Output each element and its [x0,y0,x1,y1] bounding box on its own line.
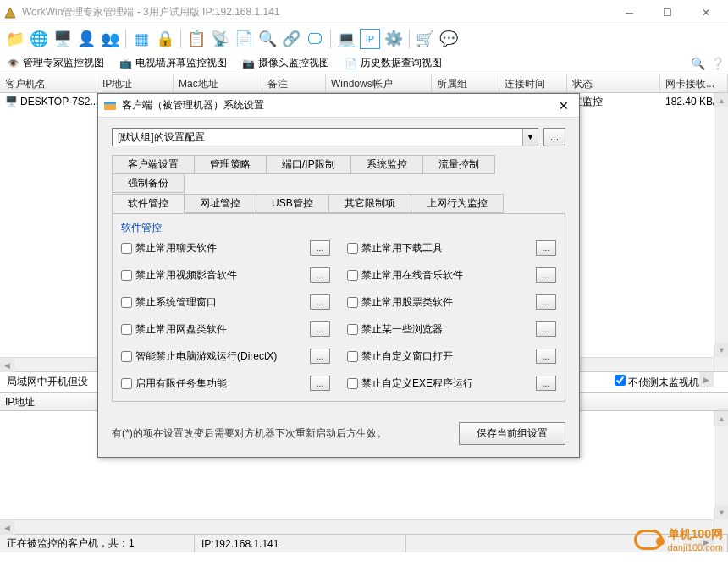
no-probe-checkbox[interactable]: 不侦测未监视机器 [615,375,709,390]
col-conntime[interactable]: 连接时间 [499,74,567,92]
tab-client-settings[interactable]: 客户端设置 [112,155,195,174]
col-mac[interactable]: Mac地址 [174,74,262,92]
cart-icon[interactable]: 🛒 [415,29,435,49]
scrollbar-horizontal[interactable]: ◀▶ [0,519,714,534]
doc-icon[interactable]: 📄 [234,29,254,49]
globe-icon[interactable]: 🌐 [29,29,49,49]
opt-browsers[interactable]: 禁止某一些浏览器 [347,322,443,337]
opt-games-more[interactable]: ... [310,349,330,364]
scrollbar-vertical[interactable]: ▲▼ [714,411,728,534]
opt-browsers-more[interactable]: ... [536,321,556,337]
opt-netdisk-more[interactable]: ... [310,321,330,337]
opt-custom-window-more[interactable]: ... [536,349,556,364]
tab-policy[interactable]: 管理策略 [194,155,267,174]
svg-rect-1 [104,102,116,104]
tab-usb-control[interactable]: USB管控 [256,194,329,213]
user-blue-icon[interactable]: 👤 [76,29,97,49]
chat-icon[interactable]: 💬 [438,29,459,49]
tab-label: 历史数据查询视图 [361,56,442,70]
opt-games[interactable]: 智能禁止电脑游戏运行(DirectX) [121,349,277,364]
lock-icon[interactable]: 🔒 [155,29,175,49]
link-icon[interactable]: 🔗 [281,29,301,49]
col-winuser[interactable]: Windows帐户 [326,74,432,92]
opt-taskset-more[interactable]: ... [310,376,330,391]
pc-icon: 🖥️ [5,96,18,107]
tab-url-control[interactable]: 网址管控 [184,194,256,213]
tab-history-view[interactable]: 📄历史数据查询视图 [341,54,445,72]
group-select-input[interactable] [113,129,522,146]
opt-video-more[interactable]: ... [310,267,330,283]
window-title: WorkWin管理专家管理端 - 3用户试用版 IP:192.168.1.141 [22,5,610,19]
tab-camera-view[interactable]: 📷摄像头监控视图 [239,54,333,72]
opt-netdisk[interactable]: 禁止常用网盘类软件 [121,322,227,337]
opt-sysmgr[interactable]: 禁止系统管理窗口 [121,295,217,310]
app-icon [3,6,17,19]
opt-video[interactable]: 禁止常用视频影音软件 [121,268,237,283]
pc2-icon[interactable]: 💻 [336,29,356,49]
col-clientname[interactable]: 客户机名 [0,74,97,92]
tab-tvwall-view[interactable]: 📺电视墙屏幕监控视图 [116,54,230,72]
tab-backup[interactable]: 强制备份 [112,173,185,193]
watermark-text: 单机100网 [668,527,723,542]
tab-monitor-view[interactable]: 👁️管理专家监控视图 [3,54,108,72]
pc-icon[interactable]: 🖥️ [52,29,73,49]
ip-icon[interactable]: IP [360,29,380,49]
panel-title: 软件管控 [121,219,556,240]
dialog-close-button[interactable]: ✕ [554,99,574,113]
monitor-icon[interactable]: 🖵 [305,29,325,49]
lower-label: 局域网中开机但没 [0,375,95,389]
grid-header: 客户机名 IP地址 Mac地址 备注 Windows帐户 所属组 连接时间 状态… [0,74,728,93]
opt-chat-more[interactable]: ... [310,240,330,256]
tab-software-control[interactable]: 软件管控 [112,194,185,213]
folder-icon[interactable]: 📁 [5,29,25,49]
cell-name: DESKTOP-7S2... [20,96,97,107]
maximize-button[interactable]: ☐ [648,1,687,25]
gear-icon[interactable]: ⚙️ [383,29,404,49]
cast-icon[interactable]: 📡 [210,29,230,49]
separator [409,30,410,48]
watermark-url: danji100.com [668,542,723,552]
opt-music-more[interactable]: ... [536,267,556,283]
grid-icon[interactable]: ▦ [131,29,152,49]
col-nic[interactable]: 网卡接收... [660,74,728,92]
tab-label: 摄像头监控视图 [258,56,329,70]
help-icon[interactable]: ❔ [710,57,725,70]
user-orange-icon[interactable]: 👥 [100,29,120,49]
search-small-icon[interactable]: 🔍 [691,57,705,70]
close-button[interactable]: ✕ [687,1,725,25]
tab-other-limits[interactable]: 其它限制项 [328,194,411,213]
opt-stock[interactable]: 禁止常用股票类软件 [347,295,453,310]
window-titlebar: WorkWin管理专家管理端 - 3用户试用版 IP:192.168.1.141… [0,0,728,25]
col-note[interactable]: 备注 [262,74,326,92]
col-group[interactable]: 所属组 [432,74,499,92]
clipboard-icon[interactable]: 📋 [186,29,207,49]
dropdown-icon[interactable]: ▼ [522,129,538,146]
status-bar: 正在被监控的客户机，共：1 IP:192.168.1.141 [0,534,728,552]
opt-custom-window[interactable]: 禁止自定义窗口打开 [347,349,453,364]
tab-label: 管理专家监控视图 [23,56,104,70]
tab-behavior[interactable]: 上网行为监控 [411,194,504,213]
group-browse-button[interactable]: ... [543,128,565,146]
opt-taskset[interactable]: 启用有限任务集功能 [121,376,227,391]
minimize-button[interactable]: ─ [610,1,648,25]
dialog-titlebar: 客户端（被管理机器）系统设置 ✕ [98,94,579,118]
opt-chat[interactable]: 禁止常用聊天软件 [121,241,217,256]
col-status[interactable]: 状态 [567,74,660,92]
opt-music[interactable]: 禁止常用在线音乐软件 [347,268,463,283]
tab-traffic[interactable]: 流量控制 [422,155,495,174]
tab-port-ip[interactable]: 端口/IP限制 [266,155,351,174]
opt-stock-more[interactable]: ... [536,294,556,310]
opt-sysmgr-more[interactable]: ... [310,294,330,310]
search-icon[interactable]: 🔍 [257,29,278,49]
opt-download-more[interactable]: ... [536,240,556,256]
settings-dialog: 客户端（被管理机器）系统设置 ✕ ▼ ... 客户端设置 管理策略 端口/IP限… [97,93,580,458]
tab-sysmon[interactable]: 系统监控 [350,155,423,174]
group-select[interactable]: ▼ [112,128,538,146]
dialog-icon [103,99,117,113]
save-button[interactable]: 保存当前组设置 [459,422,565,445]
opt-custom-exe-more[interactable]: ... [536,376,556,391]
opt-custom-exe[interactable]: 禁止自定义EXE程序运行 [347,376,473,391]
col-ip[interactable]: IP地址 [97,74,174,92]
scrollbar-vertical[interactable]: ▲▼ [714,93,728,371]
opt-download[interactable]: 禁止常用下载工具 [347,241,443,256]
